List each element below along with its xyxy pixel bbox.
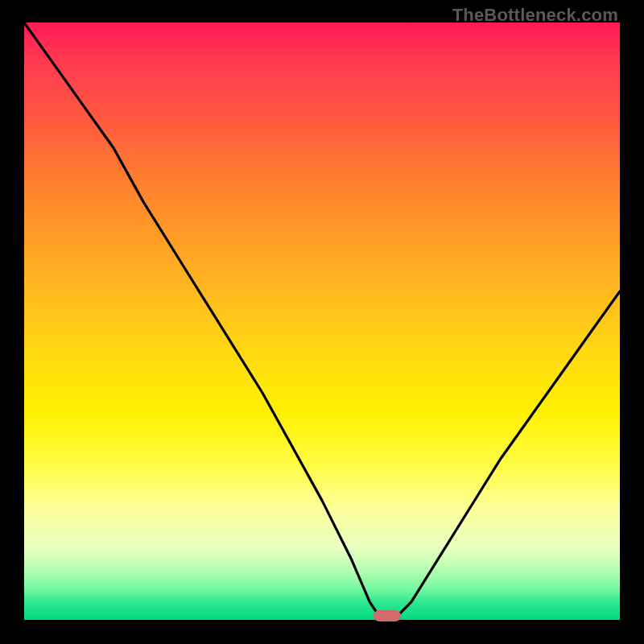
optimum-marker bbox=[374, 610, 401, 621]
chart-frame: TheBottleneck.com bbox=[0, 0, 644, 644]
plot-area bbox=[24, 23, 620, 620]
bottleneck-curve bbox=[24, 23, 620, 620]
